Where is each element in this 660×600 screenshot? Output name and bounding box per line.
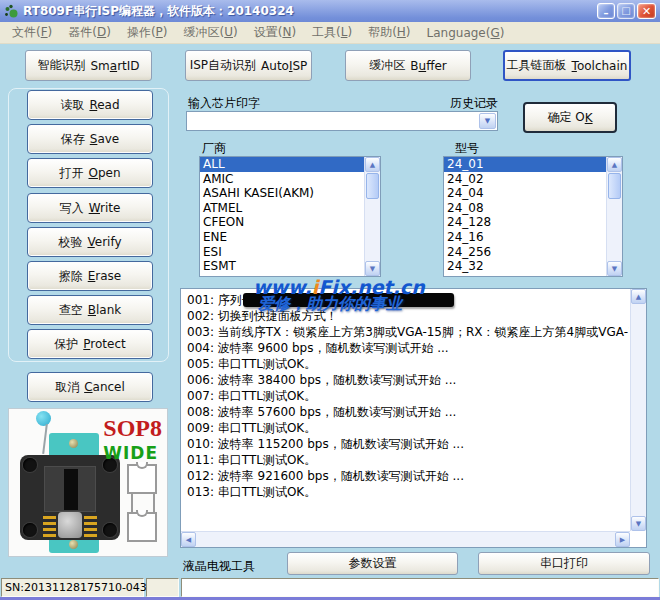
- scroll-up-icon[interactable]: ▲: [365, 157, 380, 172]
- app-window: RT809F串行ISP编程器，软件版本：20140324 – □ ✕ 文件(F)…: [0, 0, 660, 600]
- chip: [58, 512, 82, 538]
- menu-settings[interactable]: 设置(N): [246, 24, 304, 41]
- window-title: RT809F串行ISP编程器，软件版本：20140324: [23, 3, 294, 20]
- menu-tools[interactable]: 工具(L): [304, 24, 360, 41]
- model-label: 型号: [455, 140, 479, 157]
- ok-button[interactable]: 确定 OK: [523, 102, 617, 133]
- manufacturer-label: 厂商: [202, 140, 226, 157]
- log-line: 005: 串口TTL测试OK。: [187, 356, 629, 372]
- scroll-right-icon[interactable]: ▶: [615, 532, 630, 547]
- minimize-button[interactable]: –: [597, 3, 615, 19]
- probe-pin: [42, 424, 48, 454]
- list-item[interactable]: ENE: [200, 230, 364, 245]
- scroll-down-icon[interactable]: ▼: [631, 516, 646, 531]
- menu-file[interactable]: 文件(F): [4, 24, 60, 41]
- manufacturer-listbox: ALL AMIC ASAHI KASEI(AKM) ATMEL CFEON EN…: [199, 156, 381, 277]
- history-label: 历史记录: [450, 95, 498, 112]
- status-sn: SN:20131128175710-043108: [1, 578, 144, 597]
- list-item[interactable]: 24_128: [444, 215, 606, 230]
- toolchain-button[interactable]: 工具链面板Toolchain: [503, 50, 631, 81]
- log-line: 004: 波特率 9600 bps，随机数读写测试开始 ...: [187, 340, 629, 356]
- log-line: 003: 当前线序TX：锁紧座上方第3脚或VGA-15脚；RX：锁紧座上方第4脚…: [187, 324, 629, 340]
- autoisp-button[interactable]: ISP自动识别AutoISP: [185, 50, 312, 81]
- erase-button[interactable]: 擦除Erase: [27, 261, 153, 291]
- zif-socket: [20, 455, 120, 540]
- log-output: 001: 序列号： 002: 切换到快捷面板方式！ 003: 当前线序TX：锁紧…: [180, 288, 647, 548]
- scrollbar-vertical[interactable]: ▲ ▼: [630, 289, 646, 531]
- list-item[interactable]: 24_02: [444, 172, 606, 187]
- serial-print-button[interactable]: 串口打印: [478, 552, 650, 575]
- list-item[interactable]: ESMT: [200, 259, 364, 274]
- open-button[interactable]: 打开Open: [27, 158, 153, 188]
- list-item[interactable]: 24_01: [444, 157, 606, 172]
- list-item[interactable]: 24_256: [444, 245, 606, 260]
- menu-device[interactable]: 器件(D): [60, 24, 119, 41]
- status-panel: [146, 578, 179, 597]
- protect-button[interactable]: 保护Protect: [27, 329, 153, 359]
- list-item[interactable]: 24_08: [444, 201, 606, 216]
- list-item[interactable]: AMIC: [200, 172, 364, 187]
- log-line: 002: 切换到快捷面板方式！: [187, 308, 629, 324]
- log-line: 013: 串口TTL测试OK。: [187, 484, 629, 500]
- cancel-button[interactable]: 取消Cancel: [27, 372, 153, 402]
- scrollbar-vertical[interactable]: ▲ ▼: [364, 157, 380, 276]
- scrollbar-thumb[interactable]: [366, 173, 379, 199]
- log-lines: 001: 序列号： 002: 切换到快捷面板方式！ 003: 当前线序TX：锁紧…: [181, 289, 629, 530]
- save-button[interactable]: 保存Save: [27, 124, 153, 154]
- screw: [69, 439, 78, 448]
- scroll-up-icon[interactable]: ▲: [607, 157, 622, 172]
- list-item[interactable]: ALL: [200, 157, 364, 172]
- lcd-tools-label: 液晶电视工具: [183, 558, 255, 575]
- title-bar: RT809F串行ISP编程器，软件版本：20140324 – □ ✕: [0, 0, 660, 22]
- buffer-button[interactable]: 缓冲区Buffer: [345, 50, 471, 81]
- screw: [69, 540, 78, 549]
- list-item[interactable]: ATMEL: [200, 201, 364, 216]
- scroll-down-icon[interactable]: ▼: [607, 261, 622, 276]
- list-item[interactable]: 24_04: [444, 186, 606, 201]
- chip-input-field[interactable]: [188, 113, 480, 129]
- scrollbar-horizontal[interactable]: ◀ ▶: [181, 531, 630, 547]
- app-icon: [4, 4, 19, 19]
- menu-operation[interactable]: 操作(P): [119, 24, 176, 41]
- log-line: 012: 波特率 921600 bps，随机数读写测试开始 ...: [187, 468, 629, 484]
- scroll-up-icon[interactable]: ▲: [631, 289, 646, 304]
- param-settings-button[interactable]: 参数设置: [287, 552, 458, 575]
- list-item[interactable]: CFEON: [200, 215, 364, 230]
- log-line: 006: 波特率 38400 bps，随机数读写测试开始 ...: [187, 372, 629, 388]
- chevron-down-icon[interactable]: ▼: [479, 113, 496, 129]
- scrollbar-thumb[interactable]: [608, 173, 621, 199]
- model-listbox: 24_01 24_02 24_04 24_08 24_128 24_16 24_…: [443, 156, 623, 277]
- menu-help[interactable]: 帮助(H): [360, 24, 418, 41]
- maximize-button[interactable]: □: [617, 3, 635, 19]
- write-button[interactable]: 写入Write: [27, 193, 153, 223]
- adapter-variant-label: WIDE: [103, 443, 158, 463]
- status-panel: [181, 578, 659, 597]
- chip-input-combobox: ▼: [186, 111, 498, 131]
- menu-buffer[interactable]: 缓冲区(U): [176, 24, 246, 41]
- smartid-button[interactable]: 智能识别SmartID: [25, 50, 152, 81]
- close-button[interactable]: ✕: [637, 3, 656, 19]
- scroll-down-icon[interactable]: ▼: [365, 261, 380, 276]
- chip-input-label: 输入芯片印字: [188, 95, 260, 112]
- list-item[interactable]: ASAHI KASEI(AKM): [200, 186, 364, 201]
- scrollbar-vertical[interactable]: ▲ ▼: [606, 157, 622, 276]
- probe-dot: [36, 411, 51, 426]
- list-item[interactable]: ESI: [200, 245, 364, 260]
- log-line: 010: 波特率 115200 bps，随机数读写测试开始 ...: [187, 436, 629, 452]
- adapter-name-label: SOP8: [103, 415, 162, 442]
- log-line: 009: 串口TTL测试OK。: [187, 420, 629, 436]
- scroll-left-icon[interactable]: ◀: [181, 532, 196, 547]
- list-item[interactable]: 24_32: [444, 259, 606, 274]
- verify-button[interactable]: 校验Verify: [27, 227, 153, 257]
- read-button[interactable]: 读取Read: [27, 90, 153, 120]
- menu-bar: 文件(F) 器件(D) 操作(P) 缓冲区(U) 设置(N) 工具(L) 帮助(…: [0, 22, 660, 44]
- adapter-photo: SOP8 WIDE: [8, 408, 168, 557]
- blank-button[interactable]: 查空Blank: [27, 295, 153, 325]
- list-item[interactable]: 24_16: [444, 230, 606, 245]
- log-line: 007: 串口TTL测试OK。: [187, 388, 629, 404]
- menu-language[interactable]: Language(G): [419, 26, 513, 40]
- log-line: 011: 串口TTL测试OK。: [187, 452, 629, 468]
- log-line: 008: 波特率 57600 bps，随机数读写测试开始 ...: [187, 404, 629, 420]
- watermark-slogan: 爱修，助力你的事业: [258, 294, 402, 315]
